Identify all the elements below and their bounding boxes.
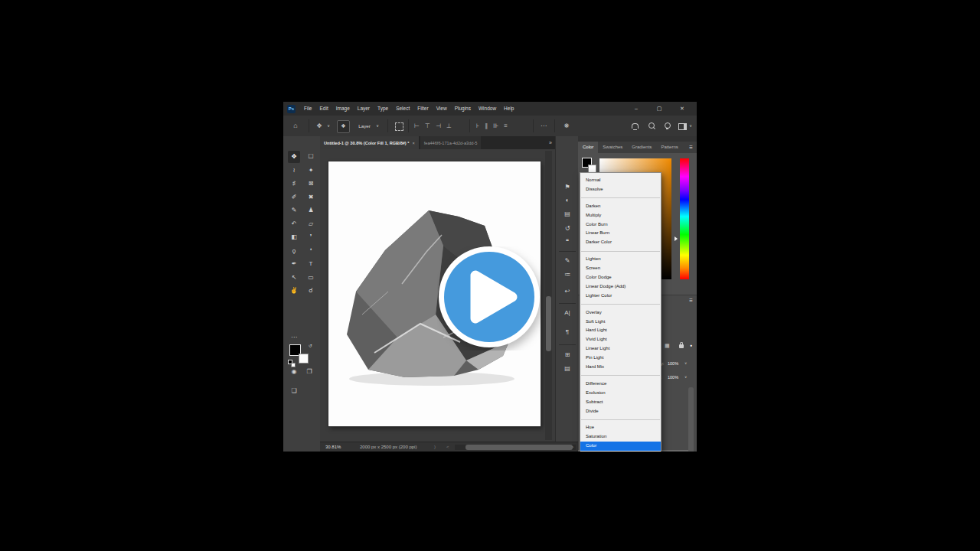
fill-value[interactable]: 100% (668, 373, 678, 381)
layers-menu-icon[interactable]: ≡ (689, 297, 693, 305)
blend-mode-normal[interactable]: Normal (580, 176, 661, 185)
distribute-center-icon[interactable]: ∥ (485, 122, 488, 129)
blend-mode-hue[interactable]: Hue (580, 423, 661, 432)
blend-mode-screen[interactable]: Screen (580, 264, 661, 273)
horizontal-scrollbar[interactable] (455, 445, 576, 450)
auto-select-toggle[interactable]: ❖ (337, 120, 350, 133)
horizontal-scrollbar-thumb[interactable] (466, 445, 573, 450)
brush-tool[interactable]: ✎ (288, 204, 300, 217)
chevron-down-icon[interactable]: ∨ (325, 116, 332, 136)
blend-mode-dissolve[interactable]: Dissolve (580, 185, 661, 194)
paragraph-styles-panel-icon[interactable]: ▤ (556, 365, 579, 372)
close-tab-icon[interactable]: × (412, 141, 414, 145)
object-selection-tool[interactable]: ✦ (305, 165, 317, 177)
zoom-level[interactable]: 30.81% (325, 442, 341, 452)
blend-mode-vivid-light[interactable]: Vivid Light (580, 335, 661, 344)
edit-toolbar-icon[interactable]: ⋯ (288, 331, 300, 344)
menu-filter[interactable]: Filter (413, 102, 432, 116)
zoom-tool[interactable]: ☌ (305, 285, 317, 297)
dodge-tool[interactable]: ϙ (288, 245, 300, 257)
distribute-top-icon[interactable]: ⊦ (476, 122, 479, 129)
discover-lightbulb-icon[interactable] (665, 122, 671, 129)
align-edges-icon[interactable]: ⊥ (446, 122, 452, 129)
lock-all-icon[interactable] (679, 344, 684, 348)
align-left-icon[interactable]: ⊢ (414, 122, 420, 129)
blend-mode-saturation[interactable]: Saturation (580, 432, 661, 442)
canvas-area[interactable] (320, 149, 555, 442)
character-panel-icon[interactable]: A| (556, 309, 579, 316)
libraries-panel-icon[interactable]: ▤ (556, 210, 579, 217)
lasso-tool[interactable]: ≀ (288, 165, 300, 177)
tab-overflow-icon[interactable]: » (549, 136, 555, 149)
blend-mode-lighten[interactable]: Lighten (580, 255, 661, 264)
fill-dot-icon[interactable]: ● (690, 343, 692, 347)
quick-mask-icon[interactable]: ◉ (288, 366, 300, 378)
chevron-down-icon[interactable]: ∨ (374, 116, 381, 136)
pen-tool[interactable]: ✒ (288, 258, 300, 270)
distribute-gaps-icon[interactable]: ≡ (504, 122, 508, 129)
menu-layer[interactable]: Layer (354, 102, 374, 116)
hue-slider[interactable] (680, 158, 689, 279)
blend-mode-soft-light[interactable]: Soft Light (580, 318, 661, 327)
menu-image[interactable]: Image (332, 102, 354, 116)
screen-mode-icon[interactable]: ❐ (303, 366, 315, 378)
menu-window[interactable]: Window (475, 102, 500, 116)
menu-type[interactable]: Type (374, 102, 392, 116)
clone-source-panel-icon[interactable]: ↺ (556, 225, 579, 232)
panel-tab-swatches[interactable]: Swatches (598, 142, 627, 153)
scroll-left-arrow[interactable]: < (446, 442, 449, 452)
panel-tab-gradients[interactable]: Gradients (627, 142, 656, 153)
history-brush-tool[interactable]: ↶ (288, 218, 300, 230)
gradient-tool[interactable]: ◧ (288, 231, 300, 243)
document-tab-inactive[interactable]: fea446f6-171a-4d2d-a3dd-5 (420, 136, 482, 149)
distribute-bottom-icon[interactable]: ⊪ (493, 122, 498, 129)
blend-mode-color-burn[interactable]: Color Burn (580, 220, 661, 230)
blend-mode-multiply[interactable]: Multiply (580, 211, 661, 220)
hue-slider-arrow[interactable] (675, 236, 678, 241)
blend-mode-linear-burn[interactable]: Linear Burn (580, 229, 661, 238)
comments-panel-icon[interactable]: ❝ (556, 238, 579, 245)
blend-mode-divide[interactable]: Divide (580, 407, 661, 416)
healing-brush-tool[interactable]: ✖ (305, 191, 317, 204)
close-button[interactable]: ✕ (672, 102, 692, 116)
paragraph-panel-icon[interactable]: ¶ (556, 328, 579, 335)
layers-scrollbar[interactable] (688, 387, 694, 452)
panel-tab-color[interactable]: Color (578, 142, 598, 153)
properties-panel-icon[interactable]: ≔ (556, 271, 579, 278)
background-color-swatch[interactable] (299, 354, 309, 364)
glyphs-panel-icon[interactable]: ⊞ (556, 351, 579, 358)
video-play-button[interactable] (437, 246, 541, 350)
blend-mode-color[interactable]: Color (580, 442, 661, 451)
blend-mode-darker-color[interactable]: Darker Color (580, 238, 661, 247)
adjustments-panel-icon[interactable]: ◐ (556, 197, 579, 204)
sponge-tool[interactable]: ❛ (305, 245, 317, 257)
blend-mode-hard-light[interactable]: Hard Light (580, 326, 661, 335)
document-tab-active[interactable]: Untitled-1 @ 30.8% (Color Fill 1, RGB/8#… (320, 136, 419, 149)
home-icon[interactable]: ⌂ (289, 116, 302, 136)
minimize-button[interactable]: – (626, 102, 646, 116)
shape-tool[interactable]: ▭ (305, 272, 317, 284)
maximize-button[interactable]: ▢ (649, 102, 669, 116)
chevron-down-icon[interactable]: ∨ (684, 373, 687, 381)
history-panel-icon[interactable]: ↩ (556, 288, 579, 295)
align-right-icon[interactable]: ⊣ (436, 122, 441, 129)
menu-help[interactable]: Help (500, 102, 518, 116)
move-tool-icon[interactable]: ✥ (314, 116, 325, 136)
panel-menu-icon[interactable]: ≡ (689, 142, 693, 153)
eyedropper-tool[interactable]: ✐ (288, 191, 300, 204)
search-icon[interactable] (648, 122, 655, 129)
panel-tab-patterns[interactable]: Patterns (656, 142, 682, 153)
auto-select-target-dropdown[interactable]: Layer (354, 116, 375, 136)
menu-file[interactable]: File (300, 102, 315, 116)
vertical-scrollbar-thumb[interactable] (546, 296, 551, 351)
menu-plugins[interactable]: Plugins (451, 102, 475, 116)
frame-tool[interactable]: ⊠ (305, 178, 317, 190)
blend-mode-lighter-color[interactable]: Lighter Color (580, 292, 661, 301)
hand-tool[interactable]: ✌ (288, 285, 300, 297)
type-tool[interactable]: T (305, 258, 317, 270)
lock-transparency-icon[interactable]: ▦ (665, 343, 670, 349)
menu-select[interactable]: Select (392, 102, 413, 116)
crop-tool[interactable]: ♯ (288, 178, 300, 190)
more-options-icon[interactable]: ⋯ (538, 116, 549, 136)
blend-mode-pin-light[interactable]: Pin Light (580, 354, 661, 363)
